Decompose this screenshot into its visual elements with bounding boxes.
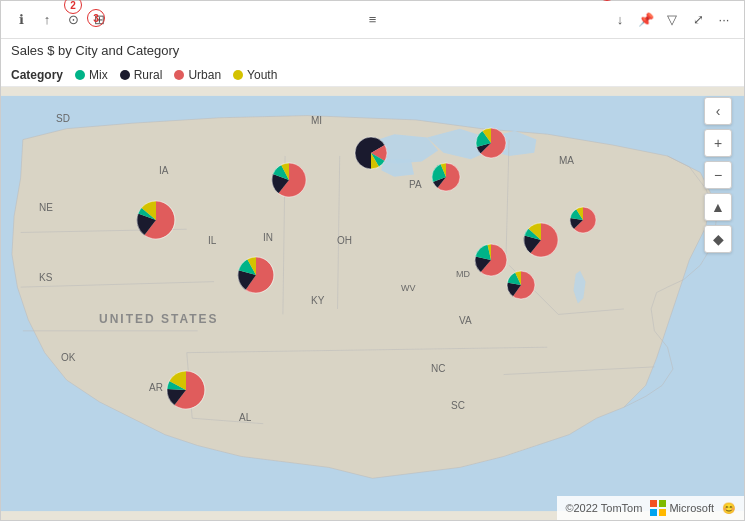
info-icon[interactable]: ℹ (11, 10, 31, 30)
filter-icon[interactable]: ▽ (662, 10, 682, 30)
more-icon[interactable]: ··· (714, 10, 734, 30)
pie-ct (568, 205, 598, 239)
legend-item-mix: Mix (75, 68, 108, 82)
annotation-3: 3 (87, 9, 105, 27)
pie-nyc (474, 126, 508, 164)
up-icon[interactable]: ↑ (37, 10, 57, 30)
annotation-1: 1 (598, 0, 616, 1)
toolbar-center: ≡ (363, 10, 383, 30)
north-button[interactable]: ▲ (704, 193, 732, 221)
pie-detroit (353, 135, 389, 175)
map-area[interactable]: SD NE KS OK AR AL IA IL IN OH PA MI NJ M… (1, 87, 744, 520)
pie-baltimore (505, 269, 537, 305)
rural-dot (120, 70, 130, 80)
microsoft-logo: Microsoft (650, 500, 714, 516)
youth-dot (233, 70, 243, 80)
youth-label: Youth (247, 68, 277, 82)
toolbar: ℹ ↑ ⊙ ⊞ ≡ ↓ 📌 ▽ ⤢ ··· 1 2 3 (1, 1, 744, 39)
map-footer: ©2022 TomTom Microsoft 😊 (557, 496, 744, 520)
pie-iowa (135, 199, 177, 245)
microsoft-text: Microsoft (669, 502, 714, 514)
mix-dot (75, 70, 85, 80)
pie-dc (473, 242, 509, 282)
zoom-in-button[interactable]: + (704, 129, 732, 157)
legend-item-youth: Youth (233, 68, 277, 82)
ms-sq-2 (659, 500, 666, 507)
pin-icon[interactable]: 📌 (636, 10, 656, 30)
map-controls: ‹ + − ▲ ◆ (704, 97, 732, 253)
urban-label: Urban (188, 68, 221, 82)
ms-sq-4 (659, 509, 666, 516)
menu-icon[interactable]: ≡ (363, 10, 383, 30)
ms-sq-1 (650, 500, 657, 507)
mix-label: Mix (89, 68, 108, 82)
legend-item-rural: Rural (120, 68, 163, 82)
zoom-out-button[interactable]: − (704, 161, 732, 189)
urban-dot (174, 70, 184, 80)
legend-item-urban: Urban (174, 68, 221, 82)
pie-chicago (269, 160, 309, 204)
main-container: ℹ ↑ ⊙ ⊞ ≡ ↓ 📌 ▽ ⤢ ··· 1 2 3 Sales $ by C… (0, 0, 745, 521)
ms-squares (650, 500, 666, 516)
download-icon[interactable]: ↓ (610, 10, 630, 30)
chart-title: Sales $ by City and Category (11, 43, 734, 58)
resize-icon[interactable]: ⤢ (688, 10, 708, 30)
emoji-icon[interactable]: 😊 (722, 502, 736, 515)
chart-header: Sales $ by City and Category (1, 39, 744, 64)
locate-button[interactable]: ◆ (704, 225, 732, 253)
pie-boston (522, 221, 560, 263)
legend: Category Mix Rural Urban Youth (1, 64, 744, 87)
pan-button[interactable]: ‹ (704, 97, 732, 125)
rural-label: Rural (134, 68, 163, 82)
pie-pittsburgh (430, 161, 462, 197)
toolbar-right: ↓ 📌 ▽ ⤢ ··· (610, 10, 734, 30)
pie-nashville (165, 369, 207, 415)
ms-sq-3 (650, 509, 657, 516)
pie-indianapolis (236, 255, 276, 299)
copyright-text: ©2022 TomTom (565, 502, 642, 514)
legend-label: Category (11, 68, 63, 82)
